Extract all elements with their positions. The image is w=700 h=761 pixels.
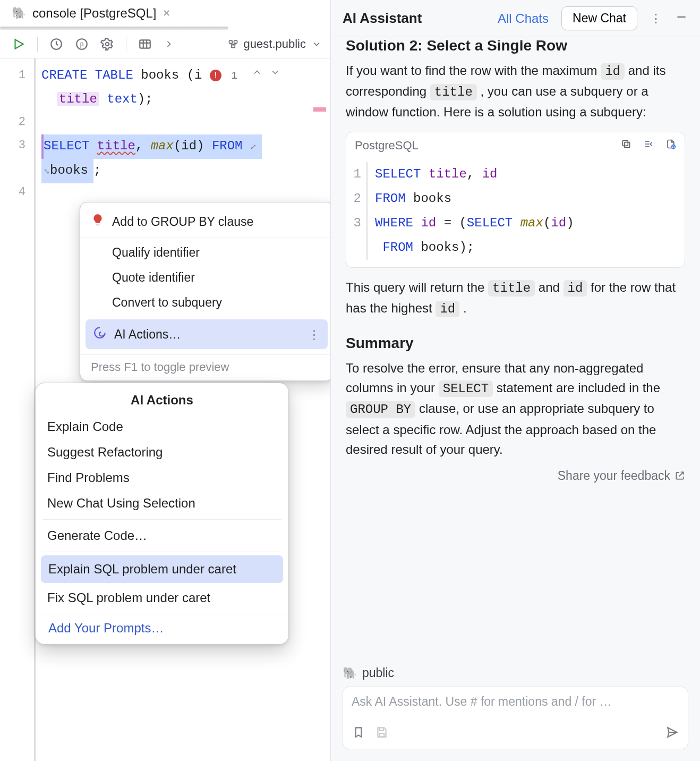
svg-rect-7: [234, 40, 237, 43]
code-gutter: 123: [346, 162, 368, 260]
code-line: CREATE TABLE books (i ! 1: [41, 64, 326, 88]
code-chip-title: title: [488, 280, 535, 297]
toolbar-separator: [126, 37, 126, 52]
code-chip-select: SELECT: [439, 380, 493, 397]
solution-heading: Solution 2: Select a Single Row: [346, 37, 685, 54]
share-feedback-link[interactable]: Share your feedback: [346, 469, 685, 483]
editor-tab-title: console [PostgreSQL]: [32, 6, 156, 21]
table-icon[interactable]: [138, 37, 152, 51]
line-gutter: 1 2 3 4: [0, 58, 33, 761]
code-card: PostgreSQL 123: [346, 132, 685, 268]
menu-separator: [43, 552, 281, 552]
kebab-icon[interactable]: ⋮: [650, 12, 662, 26]
ai-action-explain-code[interactable]: Explain Code: [36, 414, 288, 439]
intention-item-subquery[interactable]: Convert to subquery: [80, 290, 333, 315]
ai-action-new-chat-selection[interactable]: New Chat Using Selection: [36, 491, 288, 516]
toolbar-separator: [37, 37, 38, 52]
history-icon[interactable]: [49, 37, 63, 51]
insert-icon[interactable]: [643, 139, 654, 153]
error-count: 1: [231, 70, 237, 82]
chevron-up-icon[interactable]: [252, 67, 262, 78]
ai-action-explain-sql-problem[interactable]: Explain SQL problem under caret: [41, 555, 283, 583]
chat-context-label: public: [362, 666, 394, 680]
error-nav[interactable]: [252, 67, 280, 78]
chevron-down-icon[interactable]: [270, 67, 280, 78]
all-chats-link[interactable]: All Chats: [498, 11, 549, 26]
ai-assistant-footer: 🐘 public Ask AI Assistant. Use # for men…: [331, 658, 700, 761]
chat-context[interactable]: 🐘 public: [343, 666, 688, 680]
intention-footer: Press F1 to toggle preview: [80, 354, 333, 376]
intention-item-ai-actions[interactable]: AI Actions… ⋮: [86, 319, 328, 349]
svg-marker-0: [15, 39, 23, 48]
run-icon[interactable]: [12, 37, 25, 51]
marker-stripe: [313, 107, 326, 112]
save-icon[interactable]: [375, 725, 389, 742]
bulb-error-icon: [91, 213, 105, 230]
ai-actions-menu[interactable]: AI Actions Explain Code Suggest Refactor…: [35, 383, 289, 645]
code-card-header: PostgreSQL: [346, 132, 685, 159]
close-icon[interactable]: ✕: [163, 7, 170, 19]
menu-separator: [43, 519, 281, 520]
intention-menu[interactable]: Add to GROUP BY clause Qualify identifie…: [80, 202, 334, 381]
error-icon[interactable]: !: [210, 70, 221, 81]
intention-label: Qualify identifier: [112, 246, 200, 260]
bookmark-icon[interactable]: [352, 725, 365, 742]
external-link-icon: [675, 470, 685, 481]
code-line: SELECT title, max(id) FROM ⤢: [41, 134, 326, 159]
summary-heading: Summary: [346, 335, 685, 352]
intention-label: Quote identifier: [112, 270, 195, 285]
intention-item-qualify[interactable]: Qualify identifier: [80, 238, 333, 265]
code-chip-id: id: [564, 280, 587, 297]
intention-item-quote[interactable]: Quote identifier: [80, 265, 333, 290]
intention-item-groupby[interactable]: Add to GROUP BY clause: [80, 208, 333, 235]
ai-action-generate-code[interactable]: Generate Code…: [36, 523, 288, 548]
chat-input-placeholder: Ask AI Assistant. Use # for mentions and…: [352, 695, 679, 709]
ai-actions-title: AI Actions: [36, 393, 288, 408]
svg-rect-10: [622, 140, 628, 146]
intention-label: Add to GROUP BY clause: [112, 215, 253, 229]
assistant-paragraph: This query will return the title and id …: [346, 277, 685, 319]
postgres-icon: 🐘: [12, 6, 26, 20]
code-line: [41, 111, 326, 134]
schema-selector[interactable]: guest.public: [228, 37, 322, 51]
chevron-down-icon: [311, 39, 322, 49]
minimize-icon[interactable]: [675, 10, 688, 27]
code-line: ⤡books ;: [41, 159, 326, 183]
svg-rect-8: [231, 45, 235, 47]
create-file-icon[interactable]: [665, 139, 676, 153]
ai-action-find-problems[interactable]: Find Problems: [36, 465, 288, 491]
settings-icon[interactable]: [100, 37, 114, 51]
svg-rect-9: [625, 142, 630, 147]
svg-text:p: p: [80, 40, 84, 48]
code-card-body[interactable]: 123 SELECT title, id FROM books WHERE id…: [346, 159, 685, 267]
code-line: title text);: [41, 88, 326, 111]
schema-icon: [228, 39, 238, 49]
chat-input[interactable]: Ask AI Assistant. Use # for mentions and…: [343, 687, 688, 749]
kebab-icon[interactable]: ⋮: [308, 327, 320, 342]
ai-swirl-icon: [93, 326, 107, 343]
editor-tab-console[interactable]: 🐘 console [PostgreSQL] ✕: [12, 6, 170, 21]
assistant-paragraph: If you want to find the row with the max…: [346, 61, 685, 122]
intention-label: Convert to subquery: [112, 295, 222, 310]
ai-action-add-prompts[interactable]: Add Your Prompts…: [36, 614, 288, 639]
ai-action-fix-sql-problem[interactable]: Fix SQL problem under caret: [36, 585, 288, 611]
code-chip-id: id: [436, 301, 459, 317]
intention-label: AI Actions…: [114, 327, 181, 342]
svg-rect-6: [229, 40, 232, 43]
schema-label: guest.public: [244, 37, 306, 51]
editor-toolbar: p guest.public: [0, 30, 330, 58]
playground-icon[interactable]: p: [75, 37, 89, 51]
ai-assistant-title: AI Assistant: [343, 10, 422, 27]
ai-assistant-body[interactable]: Solution 2: Select a Single Row If you w…: [331, 37, 700, 658]
send-icon[interactable]: [665, 725, 679, 742]
code-language-label: PostgreSQL: [355, 139, 419, 153]
svg-rect-5: [140, 40, 150, 48]
editor-pane: 🐘 console [PostgreSQL] ✕ p guest.public: [0, 0, 330, 761]
code-content: SELECT title, id FROM books WHERE id = (…: [375, 162, 677, 260]
ai-assistant-pane: AI Assistant All Chats New Chat ⋮ Soluti…: [330, 0, 700, 761]
copy-icon[interactable]: [621, 139, 631, 153]
assistant-paragraph: To resolve the error, ensure that any no…: [346, 358, 685, 459]
chevron-right-icon[interactable]: [164, 39, 174, 49]
ai-action-suggest-refactoring[interactable]: Suggest Refactoring: [36, 439, 288, 465]
new-chat-button[interactable]: New Chat: [561, 6, 637, 30]
